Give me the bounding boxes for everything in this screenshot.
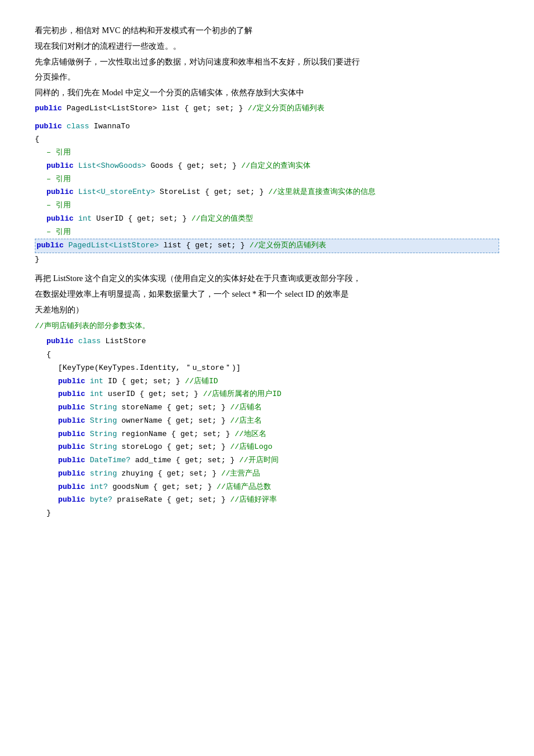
class-brace-open: { — [35, 133, 499, 146]
para-2: 现在我们对刚才的流程进行一些改造。。 — [35, 39, 499, 53]
desc-para-1: 再把 ListStore 这个自定义的实体实现（使用自定义的实体好处在于只查询或… — [35, 271, 499, 286]
intro-section: 看完初步，相信对 MVC 的结构和开发模式有一个初步的了解 现在我们对刚才的流程… — [35, 23, 499, 100]
desc-para-2: 在数据处理效率上有明显提高，如果数据量大了，一个 select * 和一个 se… — [35, 287, 499, 301]
member-praiserate: public byte? praiseRate { get; set; } //… — [35, 494, 499, 507]
type-pagedlist: PagedList<ListStore> list { get; set; } — [67, 104, 248, 113]
member-list-highlighted: public PagedList<ListStore> list { get; … — [35, 239, 499, 253]
member-storelist: public List<U_storeEnty> StoreList { get… — [35, 186, 499, 199]
liststore-declaration: public class ListStore — [35, 335, 499, 348]
member-id: public int ID { get; set; } //店铺ID — [35, 375, 499, 388]
member-zhuying: public string zhuying { get; set; } //主营… — [35, 467, 499, 481]
para-1: 看完初步，相信对 MVC 的结构和开发模式有一个初步的了解 — [35, 23, 499, 38]
comment-declaration: //声明店铺列表的部分参数实体。 — [35, 320, 499, 333]
member-regionname: public String regionName { get; set; } /… — [35, 428, 499, 441]
comment-ref-3: – 引用 — [35, 199, 499, 213]
desc-para-3: 天差地别的） — [35, 303, 499, 317]
member-goodsnum: public int? goodsNum { get; set; } //店铺产… — [35, 481, 499, 494]
member-storename: public String storeName { get; set; } //… — [35, 401, 499, 415]
member-storelogo: public String storeLogo { get; set; } //… — [35, 441, 499, 454]
liststore-brace-close: } — [35, 507, 499, 520]
para-3: 先拿店铺做例子，一次性取出过多的数据，对访问速度和效率相当不友好，所以我们要进行… — [35, 55, 499, 84]
member-addtime: public DateTime? add_time { get; set; } … — [35, 454, 499, 467]
description-section: 再把 ListStore 这个自定义的实体实现（使用自定义的实体好处在于只查询或… — [35, 271, 499, 318]
member-userid: public int UserID { get; set; } //自定义的值类… — [35, 213, 499, 226]
comment-pagedlist: //定义分页的店铺列表 — [248, 104, 325, 113]
comment-ref-4: – 引用 — [35, 226, 499, 239]
member-userid2: public int userID { get; set; } //店铺所属者的… — [35, 388, 499, 401]
code-line-pagedlist: public PagedList<ListStore> list { get; … — [35, 102, 499, 116]
liststore-brace-open: { — [35, 348, 499, 362]
member-goods: public List<ShowGoods> Goods { get; set;… — [35, 160, 499, 173]
comment-ref-1: – 引用 — [35, 146, 499, 160]
key-type-annotation: [KeyType(KeyTypes.Identity, ＂u_store＂)] — [35, 362, 499, 375]
class-iwannato: public class IwannaTo { – 引用 public List… — [35, 120, 499, 267]
keyword-public: public — [35, 104, 62, 113]
para-4: 同样的，我们先在 Model 中定义一个分页的店铺实体，依然存放到大实体中 — [35, 85, 499, 100]
class-brace-close: } — [35, 253, 499, 267]
class-liststore: public class ListStore { [KeyType(KeyTyp… — [35, 335, 499, 520]
comment-ref-2: – 引用 — [35, 173, 499, 186]
class-declaration: public class IwannaTo — [35, 120, 499, 134]
member-ownername: public String ownerName { get; set; } //… — [35, 415, 499, 428]
